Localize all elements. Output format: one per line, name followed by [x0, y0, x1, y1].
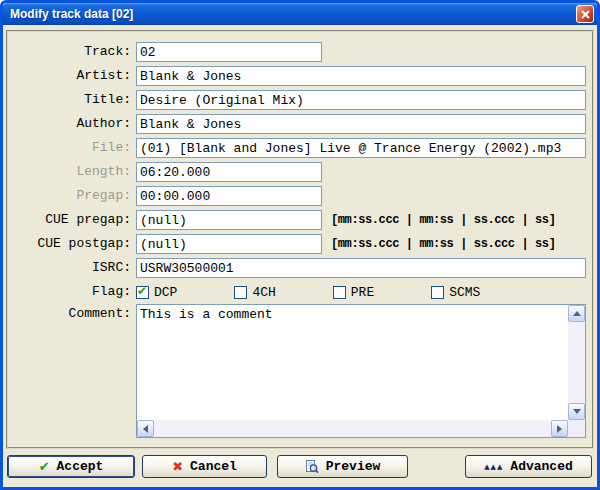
track-input[interactable] — [136, 42, 322, 62]
cue-pregap-row: CUE pregap: [mm:ss.ccc | mm:ss | ss.ccc … — [8, 208, 592, 232]
length-input[interactable] — [136, 162, 322, 182]
author-row: Author: — [8, 112, 592, 136]
scroll-up-button[interactable] — [568, 305, 585, 322]
author-input[interactable] — [136, 114, 586, 134]
scroll-right-button[interactable] — [551, 420, 568, 437]
cue-pregap-label: CUE pregap: — [8, 210, 136, 230]
flag-label: Flag: — [8, 282, 136, 302]
length-row: Length: — [8, 160, 592, 184]
file-input[interactable] — [136, 138, 586, 158]
artist-row: Artist: — [8, 64, 592, 88]
arrow-left-icon — [143, 425, 148, 433]
arrow-right-icon — [557, 425, 562, 433]
accept-check-icon: ✔ — [39, 459, 50, 474]
title-label: Title: — [8, 90, 136, 110]
comment-horizontal-scrollbar[interactable] — [137, 420, 568, 437]
length-label: Length: — [8, 162, 136, 182]
modify-track-dialog: Modify track data [02] Track: Artist: Ti… — [0, 0, 600, 490]
arrow-down-icon — [573, 409, 581, 414]
cancel-button-label: Cancel — [190, 459, 237, 474]
comment-textarea[interactable]: This is a comment — [137, 305, 568, 420]
arrow-up-icon — [573, 311, 581, 316]
track-label: Track: — [8, 42, 136, 62]
scms-checkbox-label: SCMS — [449, 285, 480, 300]
accept-button-label: Accept — [57, 459, 104, 474]
title-row: Title: — [8, 88, 592, 112]
cancel-button[interactable]: ✖ Cancel — [142, 455, 267, 478]
comment-box: This is a comment — [136, 304, 586, 438]
title-bar[interactable]: Modify track data [02] — [3, 3, 597, 25]
scrollbar-corner — [568, 420, 585, 437]
flag-row: Flag: DCP 4CH PRE SCMS — [8, 280, 592, 304]
preview-button[interactable]: Preview — [277, 455, 408, 478]
artist-input[interactable] — [136, 66, 586, 86]
pregap-label: Pregap: — [8, 186, 136, 206]
advanced-button-label: Advanced — [510, 459, 572, 474]
isrc-label: ISRC: — [8, 258, 136, 278]
advanced-button[interactable]: ▲▲▲ Advanced — [465, 455, 592, 478]
comment-label: Comment: — [8, 304, 136, 324]
track-row: Track: — [8, 40, 592, 64]
scroll-down-button[interactable] — [568, 403, 585, 420]
checkbox-scms[interactable]: SCMS — [431, 285, 480, 300]
close-button[interactable] — [576, 5, 594, 23]
close-icon — [581, 10, 590, 19]
checkbox-4ch[interactable]: 4CH — [234, 285, 275, 300]
cue-postgap-row: CUE postgap: [mm:ss.ccc | mm:ss | ss.ccc… — [8, 232, 592, 256]
file-row: File: — [8, 136, 592, 160]
dcp-checkbox-icon[interactable] — [136, 286, 149, 299]
scroll-left-button[interactable] — [137, 420, 154, 437]
author-label: Author: — [8, 114, 136, 134]
file-label: File: — [8, 138, 136, 158]
pregap-input[interactable] — [136, 186, 322, 206]
dcp-checkbox-label: DCP — [154, 285, 177, 300]
cancel-x-icon: ✖ — [172, 459, 183, 474]
comment-row: Comment: This is a comment — [8, 304, 592, 438]
cue-postgap-input[interactable] — [136, 234, 322, 254]
scms-checkbox-icon[interactable] — [431, 286, 444, 299]
form-panel: Track: Artist: Title: Author: File: Leng… — [6, 30, 594, 449]
4ch-checkbox-icon[interactable] — [234, 286, 247, 299]
cue-postgap-label: CUE postgap: — [8, 234, 136, 254]
pre-checkbox-label: PRE — [351, 285, 374, 300]
cue-pregap-input[interactable] — [136, 210, 322, 230]
preview-button-label: Preview — [326, 459, 381, 474]
window-title: Modify track data [02] — [3, 7, 133, 21]
isrc-input[interactable] — [136, 258, 586, 278]
pregap-row: Pregap: — [8, 184, 592, 208]
isrc-row: ISRC: — [8, 256, 592, 280]
checkbox-dcp[interactable]: DCP — [136, 285, 177, 300]
title-input[interactable] — [136, 90, 586, 110]
cue-pregap-format-hint: [mm:ss.ccc | mm:ss | ss.ccc | ss] — [331, 213, 555, 227]
4ch-checkbox-label: 4CH — [252, 285, 275, 300]
accept-button[interactable]: ✔ Accept — [7, 455, 135, 478]
preview-magnifier-icon — [305, 460, 319, 474]
checkbox-pre[interactable]: PRE — [333, 285, 374, 300]
artist-label: Artist: — [8, 66, 136, 86]
advanced-triangles-icon: ▲▲▲ — [484, 463, 503, 471]
cue-postgap-format-hint: [mm:ss.ccc | mm:ss | ss.ccc | ss] — [331, 237, 555, 251]
pre-checkbox-icon[interactable] — [333, 286, 346, 299]
comment-vertical-scrollbar[interactable] — [568, 305, 585, 420]
